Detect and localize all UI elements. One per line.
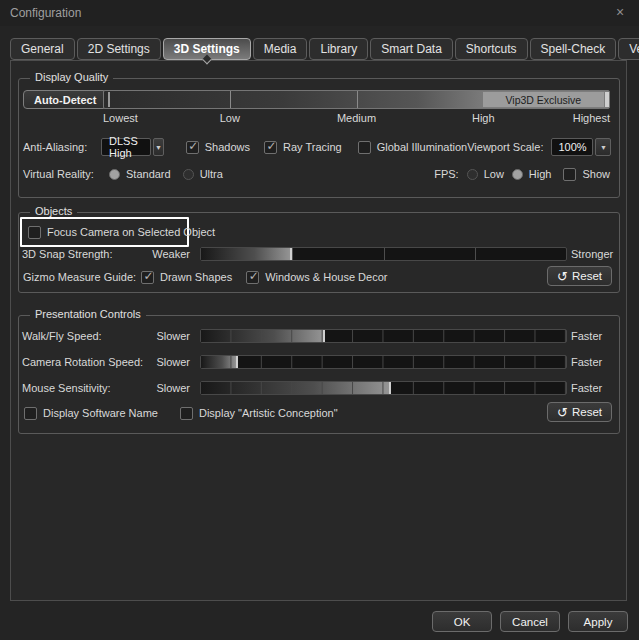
- objects-legend: Objects: [30, 205, 77, 217]
- mouse-sensitivity-slider[interactable]: [200, 381, 567, 395]
- display-artistic-label: Display "Artistic Conception": [199, 407, 338, 419]
- cancel-button[interactable]: Cancel: [500, 611, 560, 632]
- display-artistic-checkbox[interactable]: [180, 407, 193, 420]
- anti-aliasing-value[interactable]: DLSS High: [101, 138, 151, 156]
- ok-button[interactable]: OK: [432, 611, 492, 632]
- fps-label: FPS:: [434, 168, 458, 180]
- label-highest: Highest: [573, 112, 610, 124]
- anti-aliasing-dropdown[interactable]: DLSS High ▼: [101, 138, 164, 156]
- objects-reset-button[interactable]: ↺ Reset: [547, 266, 612, 286]
- vr-ultra-label: Ultra: [200, 168, 223, 180]
- display-software-name-checkbox[interactable]: [24, 407, 37, 420]
- dropdown-arrow-icon[interactable]: ▼: [595, 138, 611, 156]
- focus-camera-highlight-box: Focus Camera on Selected Object: [20, 217, 189, 247]
- tab-spell-check[interactable]: Spell-Check: [530, 38, 617, 60]
- presentation-reset-button[interactable]: ↺ Reset: [547, 402, 612, 422]
- apply-button[interactable]: Apply: [568, 611, 628, 632]
- slider-ticks: [201, 356, 566, 368]
- vr-standard-radio[interactable]: [109, 169, 120, 180]
- presentation-legend: Presentation Controls: [30, 308, 146, 320]
- virtual-reality-row: Virtual Reality: Standard Ultra FPS: Low…: [23, 165, 610, 183]
- tab-smart-data[interactable]: Smart Data: [370, 38, 453, 60]
- check-icon: ✓: [187, 140, 200, 153]
- tab-2d-settings[interactable]: 2D Settings: [77, 38, 161, 60]
- mouse-slower-label: Slower: [122, 382, 190, 394]
- quality-slider-handle[interactable]: [108, 92, 110, 107]
- camera-rotation-row: Camera Rotation Speed: Slower Faster: [22, 355, 611, 370]
- windows-decor-checkbox[interactable]: ✓: [246, 271, 259, 284]
- vr-ultra-radio[interactable]: [183, 169, 194, 180]
- display-quality-slider[interactable]: Vip3D Exclusive: [103, 90, 610, 109]
- fps-show-label: Show: [582, 168, 610, 180]
- snap-stronger-label: Stronger: [571, 248, 611, 260]
- configuration-dialog: Configuration × General 2D Settings 3D S…: [0, 0, 639, 640]
- display-software-name-label: Display Software Name: [43, 407, 158, 419]
- tab-general[interactable]: General: [10, 38, 75, 60]
- label-lowest: Lowest: [103, 112, 138, 124]
- mouse-faster-label: Faster: [571, 382, 611, 394]
- shadows-label: Shadows: [205, 141, 250, 153]
- drawn-shapes-label: Drawn Shapes: [160, 271, 232, 283]
- fps-low-radio[interactable]: [467, 169, 478, 180]
- presentation-checkbox-row: Display Software Name Display "Artistic …: [24, 405, 610, 421]
- tab-shortcuts[interactable]: Shortcuts: [455, 38, 528, 60]
- walk-faster-label: Faster: [571, 330, 611, 342]
- close-icon[interactable]: ×: [611, 4, 629, 20]
- reset-icon: ↺: [557, 270, 568, 283]
- camera-rotation-slider[interactable]: [200, 355, 567, 369]
- display-quality-legend: Display Quality: [30, 71, 113, 83]
- mouse-sensitivity-label: Mouse Sensitivity:: [22, 382, 111, 394]
- focus-camera-label: Focus Camera on Selected Object: [47, 226, 215, 238]
- global-illumination-checkbox[interactable]: [358, 141, 371, 154]
- quality-slider-endcap: [605, 92, 609, 107]
- viewport-scale-dropdown[interactable]: 100% ▼: [551, 138, 611, 156]
- viewport-scale-label: Viewport Scale:: [467, 141, 543, 153]
- anti-aliasing-row: Anti-Aliasing: DLSS High ▼ ✓ Shadows ✓ R…: [23, 137, 610, 157]
- tab-library[interactable]: Library: [309, 38, 368, 60]
- gizmo-row: Gizmo Measure Guide: ✓ Drawn Shapes ✓ Wi…: [23, 269, 610, 285]
- vr-standard-label: Standard: [126, 168, 171, 180]
- snap-weaker-label: Weaker: [122, 248, 190, 260]
- windows-decor-label: Windows & House Decor: [265, 271, 387, 283]
- tab-content-panel: Display Quality Auto-Detect Vip3D Exclus…: [10, 60, 627, 601]
- fps-high-label: High: [529, 168, 552, 180]
- tab-bar: General 2D Settings 3D Settings Media Li…: [10, 38, 639, 60]
- slider-ticks: [201, 382, 566, 394]
- reset-label: Reset: [572, 406, 602, 418]
- walk-fly-speed-slider[interactable]: [200, 329, 567, 343]
- snap-strength-fill: [201, 248, 292, 260]
- tab-media[interactable]: Media: [253, 38, 308, 60]
- fps-show-checkbox[interactable]: [563, 168, 576, 181]
- vip3d-exclusive-zone: Vip3D Exclusive: [483, 92, 604, 107]
- ray-tracing-label: Ray Tracing: [283, 141, 342, 153]
- camera-faster-label: Faster: [571, 356, 611, 368]
- viewport-scale-value[interactable]: 100%: [551, 138, 593, 156]
- walk-fly-speed-row: Walk/Fly Speed: Slower Faster: [22, 329, 611, 344]
- walk-fly-speed-label: Walk/Fly Speed:: [22, 330, 102, 342]
- snap-strength-label: 3D Snap Strength:: [22, 248, 113, 260]
- snap-strength-slider[interactable]: [200, 247, 567, 261]
- check-icon: ✓: [265, 140, 278, 153]
- drawn-shapes-checkbox[interactable]: ✓: [141, 271, 154, 284]
- auto-detect-button[interactable]: Auto-Detect: [23, 90, 107, 109]
- reset-icon: ↺: [557, 406, 568, 419]
- dropdown-arrow-icon[interactable]: ▼: [153, 138, 164, 156]
- tab-vendors[interactable]: Vendors: [618, 38, 639, 60]
- snap-strength-row: 3D Snap Strength: Weaker Stronger: [22, 247, 611, 262]
- footer-buttons: OK Cancel Apply: [432, 611, 628, 632]
- gizmo-label: Gizmo Measure Guide:: [23, 271, 133, 283]
- reset-label: Reset: [572, 270, 602, 282]
- global-illumination-label: Global Illumination: [377, 141, 468, 153]
- walk-slower-label: Slower: [122, 330, 190, 342]
- fps-high-radio[interactable]: [512, 169, 523, 180]
- objects-group: Objects Focus Camera on Selected Object …: [18, 212, 620, 293]
- fps-low-label: Low: [484, 168, 504, 180]
- focus-camera-checkbox[interactable]: [28, 226, 41, 239]
- tab-3d-settings[interactable]: 3D Settings: [163, 38, 251, 60]
- quality-tick: [230, 91, 231, 108]
- check-icon: ✓: [247, 270, 260, 283]
- virtual-reality-label: Virtual Reality:: [23, 168, 101, 180]
- label-low: Low: [220, 112, 240, 124]
- ray-tracing-checkbox[interactable]: ✓: [264, 141, 277, 154]
- shadows-checkbox[interactable]: ✓: [186, 141, 199, 154]
